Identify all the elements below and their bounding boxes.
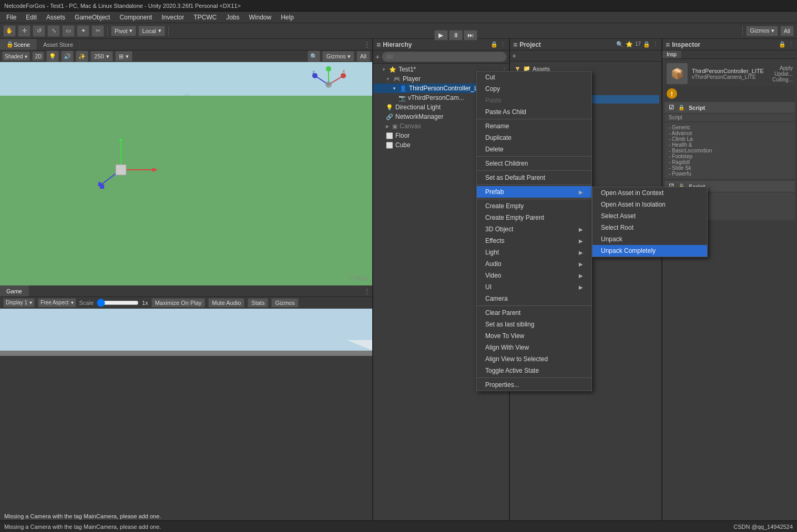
- game-viewport[interactable]: Missing a Camera with the tag MainCamera…: [0, 309, 372, 532]
- scene-extra-dropdown[interactable]: ⊞ ▾: [115, 51, 132, 62]
- scene-audio-btn[interactable]: 🔊: [61, 50, 74, 62]
- rect-tool[interactable]: ▭: [62, 25, 75, 37]
- ctx-paste-child[interactable]: Paste As Child: [477, 106, 591, 118]
- tab-asset-store[interactable]: Asset Store: [37, 39, 80, 50]
- transform-tool[interactable]: ✦: [77, 25, 89, 37]
- play-button[interactable]: ▶: [434, 30, 448, 40]
- hierarchy-add-btn[interactable]: +: [375, 53, 380, 61]
- ctx-rename[interactable]: Rename: [477, 120, 591, 132]
- ctx-effects[interactable]: Effects ▶: [477, 235, 591, 247]
- menu-tpcwc[interactable]: TPCWC: [189, 13, 221, 22]
- ctx-align-with-view[interactable]: Align With View: [477, 342, 591, 353]
- tab-scene[interactable]: 🔒 Scene: [0, 39, 37, 50]
- step-button[interactable]: ⏭: [464, 30, 477, 40]
- ctx-duplicate[interactable]: Duplicate: [477, 132, 591, 144]
- move-tool[interactable]: ✛: [18, 25, 30, 37]
- menu-jobs[interactable]: Jobs: [222, 13, 243, 22]
- custom-tool[interactable]: ✂: [91, 25, 104, 37]
- ctx-camera[interactable]: Camera: [477, 293, 591, 304]
- submenu-select-root[interactable]: Select Root: [592, 222, 707, 233]
- scene-tab-menu[interactable]: ⋮: [362, 39, 372, 50]
- ctx-set-default-parent[interactable]: Set as Default Parent: [477, 172, 591, 183]
- ctx-ui[interactable]: UI ▶: [477, 281, 591, 293]
- project-search-icon[interactable]: 🔍: [616, 41, 624, 48]
- ctx-3d-object[interactable]: 3D Object ▶: [477, 223, 591, 235]
- submenu-open-context[interactable]: Open Asset in Context: [592, 187, 707, 199]
- ctx-toggle-active[interactable]: Toggle Active State: [477, 365, 591, 376]
- project-menu-btn[interactable]: ⋮: [652, 41, 658, 48]
- ctx-paste[interactable]: Paste: [477, 95, 591, 106]
- ctx-align-view-selected[interactable]: Align View to Selected: [477, 353, 591, 365]
- ctx-prefab[interactable]: Prefab ▶: [477, 186, 591, 198]
- hierarchy-search-input[interactable]: [382, 52, 507, 62]
- ctx-create-empty-parent[interactable]: Create Empty Parent: [477, 212, 591, 223]
- submenu-select-asset[interactable]: Select Asset: [592, 210, 707, 222]
- menu-component[interactable]: Component: [115, 13, 156, 22]
- prefab-arrow: ▶: [579, 189, 583, 195]
- menu-help[interactable]: Help: [277, 13, 298, 22]
- section-header-1[interactable]: ☑ 🔒 Script: [665, 102, 795, 114]
- hierarchy-menu-btn[interactable]: ⋮: [500, 41, 506, 48]
- submenu-open-isolation[interactable]: Open Asset in Isolation: [592, 199, 707, 210]
- scene-view-dropdown[interactable]: 250 ▾: [90, 51, 113, 62]
- menu-edit[interactable]: Edit: [22, 13, 41, 22]
- gizmos-dropdown[interactable]: Gizmos ▾: [746, 26, 778, 36]
- ctx-select-children[interactable]: Select Children: [477, 158, 591, 169]
- ctx-set-last-sibling[interactable]: Set as last sibling: [477, 319, 591, 330]
- gizmos-scene[interactable]: Gizmos ▾: [322, 51, 354, 62]
- menu-file[interactable]: File: [2, 13, 21, 22]
- project-lock-btn[interactable]: 🔒: [643, 41, 650, 48]
- stats-btn[interactable]: Stats: [248, 298, 268, 308]
- inspector-lock-btn[interactable]: 🔒: [779, 41, 786, 48]
- section-checkbox[interactable]: ☑: [669, 104, 674, 111]
- ctx-delete[interactable]: Delete: [477, 144, 591, 155]
- tab-inspector[interactable]: Insp: [662, 50, 681, 58]
- display-dropdown[interactable]: Display 1 ▾: [3, 298, 35, 308]
- pause-button[interactable]: ⏸: [449, 30, 463, 40]
- menu-invector[interactable]: Invector: [157, 13, 188, 22]
- tab-game[interactable]: Game: [0, 285, 29, 296]
- submenu-unpack[interactable]: Unpack: [592, 233, 707, 245]
- ctx-video[interactable]: Video ▶: [477, 270, 591, 281]
- submenu-unpack-completely[interactable]: Unpack Completely: [592, 245, 707, 257]
- hand-tool[interactable]: ✋: [3, 25, 16, 37]
- 2d-toggle[interactable]: 2D: [32, 52, 44, 61]
- pivot-dropdown[interactable]: Pivot ▾: [111, 26, 136, 36]
- warning-icon: !: [667, 88, 677, 99]
- scene-search-btn[interactable]: 🔍: [308, 50, 320, 62]
- shading-dropdown[interactable]: Shaded ▾: [2, 52, 30, 61]
- scene-viewport[interactable]: X Y Z < Persp: [0, 62, 372, 285]
- game-gizmos-btn[interactable]: Gizmos: [271, 298, 298, 308]
- ctx-copy[interactable]: Copy: [477, 83, 591, 95]
- menu-window[interactable]: Window: [245, 13, 276, 22]
- list-item-7: - Slide Sk: [669, 165, 791, 171]
- hierarchy-lock-btn[interactable]: 🔒: [491, 41, 498, 48]
- menu-gameobject[interactable]: GameObject: [70, 13, 114, 22]
- project-star-icon[interactable]: ⭐: [626, 41, 633, 48]
- ctx-properties[interactable]: Properties...: [477, 379, 591, 391]
- scale-slider[interactable]: [97, 299, 139, 307]
- menu-assets[interactable]: Assets: [42, 13, 69, 22]
- scene-lighting-btn[interactable]: 💡: [46, 50, 59, 62]
- ctx-clear-parent[interactable]: Clear Parent: [477, 307, 591, 319]
- aspect-dropdown[interactable]: Free Aspect ▾: [38, 298, 76, 308]
- local-dropdown[interactable]: Local ▾: [138, 26, 165, 36]
- warning-row: !: [665, 86, 795, 101]
- scale-tool[interactable]: ⤡: [47, 25, 60, 37]
- ctx-audio[interactable]: Audio ▶: [477, 258, 591, 270]
- viewport-gizmo[interactable]: X Y Z: [310, 66, 347, 100]
- ctx-cut[interactable]: Cut: [477, 71, 591, 83]
- mute-btn[interactable]: Mute Audio: [208, 298, 244, 308]
- all-dropdown[interactable]: All: [780, 26, 794, 36]
- inspector-menu-btn[interactable]: ⋮: [788, 41, 794, 48]
- ctx-light[interactable]: Light ▶: [477, 247, 591, 258]
- project-add-btn[interactable]: +: [512, 52, 516, 60]
- scene-fx-btn[interactable]: ✨: [76, 50, 88, 62]
- maximize-btn[interactable]: Maximize On Play: [151, 298, 206, 308]
- all-scene[interactable]: All: [356, 51, 370, 62]
- ctx-move-to-view[interactable]: Move To View: [477, 330, 591, 342]
- rotate-tool[interactable]: ↺: [33, 25, 45, 37]
- ctx-create-empty[interactable]: Create Empty: [477, 200, 591, 212]
- game-tab-menu[interactable]: ⋮: [362, 286, 372, 296]
- scale-value: 1x: [142, 300, 148, 306]
